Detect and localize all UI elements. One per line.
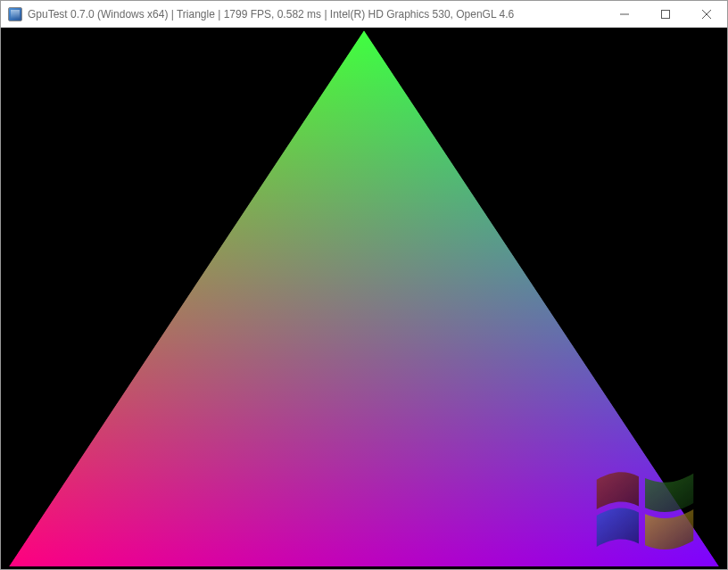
app-window: GpuTest 0.7.0 (Windows x64) | Triangle |…: [0, 0, 728, 570]
windows-logo-watermark: [583, 460, 707, 558]
titlebar[interactable]: GpuTest 0.7.0 (Windows x64) | Triangle |…: [1, 1, 727, 28]
maximize-button[interactable]: [645, 1, 686, 27]
render-viewport[interactable]: [1, 28, 727, 569]
app-icon: [8, 7, 22, 21]
close-icon: [702, 10, 711, 19]
close-button[interactable]: [686, 1, 727, 27]
svg-rect-1: [662, 10, 670, 18]
window-controls: [604, 1, 727, 27]
window-title: GpuTest 0.7.0 (Windows x64) | Triangle |…: [28, 8, 604, 21]
minimize-button[interactable]: [604, 1, 645, 27]
minimize-icon: [620, 10, 629, 19]
maximize-icon: [661, 10, 670, 19]
